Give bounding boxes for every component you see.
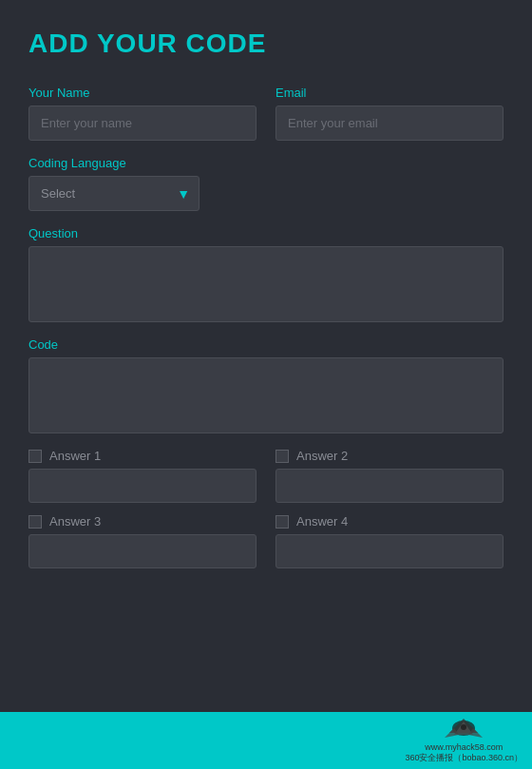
answer1-group: Answer 1 [28, 449, 256, 503]
answer3-input[interactable] [28, 534, 256, 568]
answer3-group: Answer 3 [28, 514, 256, 568]
email-input[interactable] [276, 106, 504, 141]
name-email-row: Your Name Email [28, 86, 504, 141]
watermark-line1: www.myhack58.com [425, 742, 503, 752]
answer2-input[interactable] [276, 469, 504, 503]
email-group: Email [276, 86, 504, 141]
answer3-checkbox[interactable] [28, 515, 42, 529]
email-label: Email [276, 86, 504, 100]
page-title: ADD YOUR CODE [28, 29, 504, 59]
answer3-label: Answer 3 [49, 514, 101, 529]
answer4-label-row: Answer 4 [276, 514, 504, 529]
code-label: Code [28, 337, 504, 352]
question-label: Question [28, 226, 504, 240]
name-label: Your Name [28, 86, 256, 100]
answer3-label-row: Answer 3 [28, 514, 256, 529]
answer1-label: Answer 1 [49, 449, 101, 463]
answer4-checkbox[interactable] [276, 515, 289, 529]
watermark-line2: 360安全播报（bobao.360.cn） [405, 752, 522, 764]
answer4-input[interactable] [276, 534, 504, 568]
answer2-checkbox[interactable] [276, 450, 289, 463]
watermark-logo-icon [440, 714, 487, 742]
answer2-label-row: Answer 2 [276, 449, 504, 463]
answer1-label-row: Answer 1 [28, 449, 256, 463]
answers-section: Answer 1 Answer 2 Answer 3 [28, 449, 504, 568]
select-wrapper: Select Python JavaScript Java C++ C# PHP… [28, 176, 200, 211]
watermark: www.myhack58.com 360安全播报（bobao.360.cn） [405, 714, 522, 764]
coding-language-label: Coding Language [28, 156, 504, 170]
coding-language-select[interactable]: Select Python JavaScript Java C++ C# PHP [28, 176, 200, 211]
answer2-label: Answer 2 [296, 449, 348, 463]
code-textarea[interactable] [28, 357, 504, 433]
answer1-checkbox[interactable] [28, 450, 42, 463]
question-textarea[interactable] [28, 246, 504, 322]
bottom-bar: www.myhack58.com 360安全播报（bobao.360.cn） [0, 712, 532, 769]
answer-row-1-2: Answer 1 Answer 2 [28, 449, 504, 503]
coding-language-group: Coding Language Select Python JavaScript… [28, 156, 504, 211]
code-group: Code [28, 337, 504, 433]
answer4-label: Answer 4 [296, 514, 348, 529]
answer1-input[interactable] [28, 469, 256, 503]
name-input[interactable] [28, 106, 256, 141]
svg-point-3 [461, 724, 466, 730]
question-group: Question [28, 226, 504, 322]
answer4-group: Answer 4 [276, 514, 504, 568]
answer-row-3-4: Answer 3 Answer 4 [28, 514, 504, 568]
main-container: ADD YOUR CODE Your Name Email Coding Lan… [0, 0, 532, 769]
name-group: Your Name [28, 86, 256, 141]
answer2-group: Answer 2 [276, 449, 504, 503]
